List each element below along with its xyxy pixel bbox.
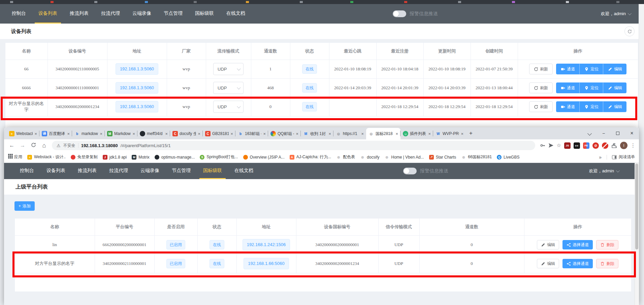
refresh-page-button[interactable] [624,26,635,36]
nav-menu-item[interactable]: 推流列表 [66,4,92,24]
browser-tab[interactable]: ◎ https://1 × [333,128,366,139]
tab-close-icon[interactable]: × [428,131,431,136]
nav-menu-item[interactable]: 拉流代理 [97,4,124,24]
tab-close-icon[interactable]: × [263,131,266,136]
bookmark-item[interactable]: Overview (JSIP A... [243,155,285,160]
edit-button[interactable]: 编辑 [537,240,559,249]
stream-mode-select[interactable]: UDP [213,63,244,75]
tab-close-icon[interactable]: × [100,131,102,136]
browser-tab[interactable]: W WVP-PRO × [433,128,466,139]
nav-menu-item[interactable]: 设备列表 [35,4,61,24]
browser-tab[interactable]: ◎ 国标2818 × [366,128,400,139]
mask-extension-icon[interactable]: oo [574,142,580,149]
maximize-button[interactable] [611,131,625,136]
reading-list-button[interactable]: 阅读清单 [612,154,635,160]
refresh-button[interactable]: 刷新 [529,101,553,112]
security-label[interactable]: 不安全 [63,143,75,148]
forward-button[interactable]: → [18,142,27,148]
nav-menu-item[interactable]: 云端录像 [129,4,155,24]
select-channel-button[interactable]: 选择通道 [562,259,593,268]
nav-menu-item[interactable]: 节点管理 [168,163,194,179]
alarm-push-toggle[interactable] [393,10,406,17]
user-menu[interactable]: 欢迎，admin [601,4,631,24]
channels-button[interactable]: 通道 [556,82,580,93]
user-menu[interactable]: 欢迎，admin [589,163,619,179]
tab-search-button[interactable] [582,131,597,136]
tab-close-icon[interactable]: × [132,131,135,136]
key-icon[interactable] [540,143,545,148]
browser-tab[interactable]: b 163邮箱 - × [235,128,268,139]
locate-button[interactable]: 定位 [580,101,603,112]
edit-button[interactable]: 编辑 [537,259,559,268]
alarm-push-toggle[interactable] [403,168,417,174]
locate-button[interactable]: 定位 [580,82,603,93]
tab-close-icon[interactable]: × [165,131,168,136]
minimize-button[interactable]: − [597,131,611,136]
bookmark-item[interactable]: S SpringBoot打包... [200,154,238,160]
apps-shortcut[interactable]: 应用 [8,154,22,160]
tab-close-icon[interactable]: × [296,131,298,136]
tab-close-icon[interactable]: × [34,131,37,136]
nav-menu-item[interactable]: 国标级联 [199,163,226,179]
select-channel-button[interactable]: 选择通道 [562,240,593,249]
page-scrollbar-thumb[interactable] [635,164,638,249]
bookmark-item[interactable]: Q LiveGBS [497,155,519,160]
browser-tab[interactable]: C docsify 生 × [170,128,203,139]
scrollbar-track[interactable] [639,4,644,127]
add-platform-button[interactable]: + 添加 [14,201,35,211]
refresh-button[interactable]: 刷新 [529,82,553,93]
edit-button[interactable]: 编辑 [603,101,626,112]
nav-menu-item[interactable]: 国标级联 [191,4,218,24]
bookmark-item[interactable]: 免登录复制 [71,154,98,160]
tab-close-icon[interactable]: × [328,131,331,136]
bookmark-item[interactable]: ◎ Home | Vben Ad... [385,155,424,160]
blocker-hand-extension-icon[interactable]: ⊘ [592,142,599,149]
browser-tab[interactable]: M Markdow × [105,128,137,139]
edit-button[interactable]: 编辑 [603,82,626,93]
browser-tab[interactable]: QQ邮箱 - × [268,128,301,139]
nav-menu-item[interactable]: 云端录像 [137,163,163,179]
js-extension-icon[interactable]: JS [564,142,571,149]
bookmark-star-icon[interactable]: ☆ [557,142,561,148]
home-button[interactable]: ⌂ [40,142,49,149]
browser-tab[interactable]: C GB28181 × [203,128,235,139]
nav-menu-item[interactable]: 控制台 [16,163,38,179]
refresh-button[interactable]: 刷新 [529,64,553,74]
send-icon[interactable] [548,143,554,148]
stream-mode-select[interactable]: UDP [213,101,244,113]
extensions-puzzle-icon[interactable] [611,143,617,148]
nav-menu-item[interactable]: 节点管理 [160,4,186,24]
nav-menu-item[interactable]: 拉流代理 [105,163,132,179]
page-scrollbar[interactable] [635,163,639,305]
back-button[interactable]: ← [7,142,16,148]
profile-avatar[interactable]: I [620,142,627,149]
tab-close-icon[interactable]: × [461,131,463,136]
edit-button[interactable]: 编辑 [603,64,626,74]
browser-tab[interactable]: ≡ Webstack × [7,128,39,139]
new-tab-button[interactable]: + [469,130,473,137]
locate-button[interactable]: 定位 [580,64,603,74]
bookmark-item[interactable]: M Motrix [132,155,150,160]
browser-tab[interactable]: 译 百度翻译 × [39,128,72,139]
camera-blocked-icon[interactable] [602,142,608,149]
bookmark-item[interactable]: ◎ 66国标28181 [461,154,492,160]
tab-close-icon[interactable]: × [230,131,233,136]
browser-tab[interactable]: ☺ 插件列表 × [400,128,433,139]
nav-menu-item[interactable]: 设备列表 [43,163,69,179]
delete-button[interactable]: 删除 [596,259,618,268]
tab-close-icon[interactable]: × [361,131,364,136]
bookmark-item[interactable]: A AJ-Captcha: 行为... [290,154,331,160]
bookmarks-overflow-button[interactable]: » [599,155,602,160]
bookmark-item[interactable]: J jdk1.8 api [103,155,127,160]
bookmark-item[interactable]: ◎ docsify [360,155,379,160]
nav-menu-item[interactable]: 推流列表 [74,163,100,179]
delete-button[interactable]: 删除 [596,240,618,249]
browser-tab[interactable]: meff34/d × [137,128,170,139]
nav-menu-item[interactable]: 在线文档 [231,163,257,179]
nav-menu-item[interactable]: 控制台 [8,4,30,24]
close-window-button[interactable]: × [625,130,639,136]
bookmark-item[interactable]: ↗ Star Charts [429,155,456,160]
browser-tab[interactable]: M 收到 1封 × [301,128,333,139]
fe-extension-icon[interactable]: FE [583,142,589,149]
bookmark-item[interactable]: ≡ Webstack - 设计.. [27,154,66,160]
